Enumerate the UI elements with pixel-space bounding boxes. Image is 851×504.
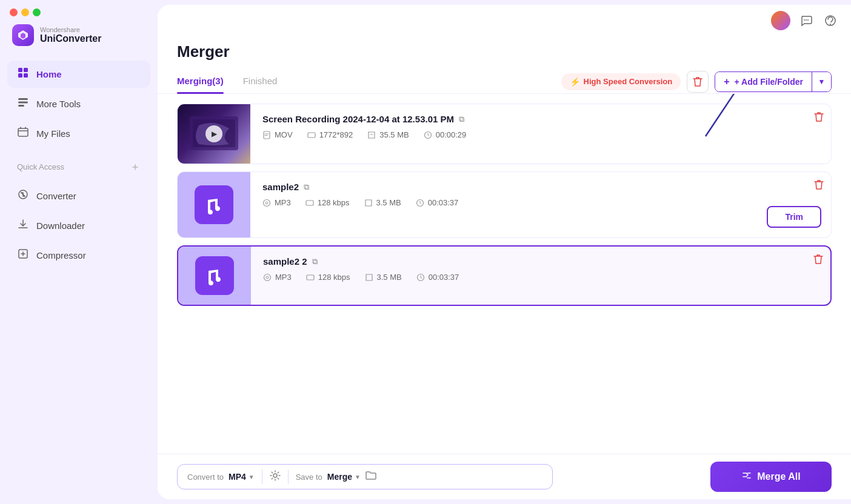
file-resolution-1: 1772*892 [307,130,353,139]
tabs-bar: Merging(3) Finished ⚡ High Speed Convers… [158,70,851,94]
external-link-icon-1[interactable]: ⧉ [459,114,464,124]
sidebar-nav: Home More Tools My Files [0,56,158,152]
svg-rect-22 [306,201,313,205]
chat-icon-button[interactable] [798,12,815,29]
external-link-icon-3[interactable]: ⧉ [312,257,318,267]
file-card-2: sample2 ⧉ MP3 128 kbps 3.5 MB [177,171,832,238]
converter-icon [17,188,29,204]
plus-icon: + [724,76,729,87]
svg-rect-7 [18,128,28,136]
file-size-2: 3.5 MB [364,198,401,207]
file-name-2: sample2 [262,182,299,192]
downloader-icon [17,218,29,233]
svg-point-21 [265,202,268,204]
sidebar-item-more-tools[interactable]: More Tools [7,90,150,118]
sidebar-item-more-tools-label: More Tools [36,99,81,109]
window-maximize[interactable] [33,8,41,16]
more-tools-icon [17,96,29,111]
svg-point-10 [804,19,805,21]
window-minimize[interactable] [21,8,29,16]
delete-file-button-1[interactable] [814,111,824,125]
save-location-select[interactable]: Merge ▼ [327,472,361,482]
support-icon-button[interactable] [822,12,839,29]
sidebar-item-compressor[interactable]: Compressor [7,242,150,269]
page-header: Merger [158,36,851,70]
convert-format-select[interactable]: MP4 ▼ [229,472,255,482]
downloader-label: Downloader [36,220,85,231]
compressor-icon [17,248,29,263]
file-format-value-3: MP3 [275,273,292,282]
lightning-icon: ⚡ [570,77,580,87]
quick-access-label: Quick Access [17,162,64,171]
file-format-2: MP3 [262,198,291,207]
file-size-value-2: 3.5 MB [376,198,401,207]
svg-rect-5 [18,102,28,104]
duration-icon-1 [424,131,432,139]
delete-all-button[interactable] [687,71,709,93]
add-file-label: + Add File/Folder [735,77,803,87]
file-info-3: sample2 2 ⧉ MP3 128 kbps 3.5 MB [251,247,830,305]
svg-rect-4 [18,98,28,100]
file-list: ▶ Screen Recording 2024-12-04 at 12.53.0… [158,94,851,454]
merge-all-button[interactable]: Merge All [710,462,832,492]
convert-to-label: Convert to [187,472,224,482]
window-close[interactable] [10,8,18,16]
save-to-label: Save to [296,472,322,482]
file-bitrate-value-3: 128 kbps [318,273,350,282]
format-dropdown-arrow: ▼ [249,474,255,480]
svg-rect-26 [307,275,314,280]
sidebar-item-converter[interactable]: Converter [7,182,150,210]
save-location-value: Merge [327,472,352,482]
merge-all-label: Merge All [757,471,800,482]
bottom-bar: Convert to MP4 ▼ Save to Merge ▼ [158,454,851,499]
sidebar-item-downloader[interactable]: Downloader [7,212,150,239]
user-avatar[interactable] [771,11,790,30]
file-thumbnail-1: ▶ [178,104,250,164]
delete-file-button-2[interactable] [814,179,824,193]
settings-icon-button[interactable] [270,470,281,483]
file-duration-2: 00:03:37 [416,198,459,207]
save-dropdown-arrow: ▼ [355,474,361,480]
tabs-actions: ⚡ High Speed Conversion + + Add File/Fol… [561,71,832,93]
dropdown-chevron-icon: ▼ [818,78,826,86]
file-duration-value-1: 00:00:29 [436,130,467,139]
convert-section: Convert to MP4 ▼ Save to Merge ▼ [177,464,553,489]
divider-1 [262,469,262,484]
tabs: Merging(3) Finished [177,70,277,93]
sidebar-item-my-files[interactable]: My Files [7,120,150,147]
file-name-row-2: sample2 ⧉ [262,182,819,192]
high-speed-button[interactable]: ⚡ High Speed Conversion [561,73,681,90]
file-info-2: sample2 ⧉ MP3 128 kbps 3.5 MB [250,172,831,237]
add-quick-access-button[interactable]: ＋ [130,159,141,174]
converter-label: Converter [36,191,76,201]
svg-rect-1 [24,68,28,72]
file-name-3: sample2 2 [263,256,307,267]
add-file-button-group[interactable]: + + Add File/Folder ▼ [715,71,832,92]
folder-icon-button[interactable] [365,471,376,483]
file-duration-1: 00:00:29 [424,130,467,139]
tab-merging[interactable]: Merging(3) [177,70,224,93]
file-meta-2: MP3 128 kbps 3.5 MB 00:03:37 [262,198,819,207]
music-icon-3 [195,256,234,295]
file-name-1: Screen Recording 2024-12-04 at 12.53.01 … [262,114,454,124]
delete-file-button-3[interactable] [813,254,823,267]
external-link-icon-2[interactable]: ⧉ [304,182,309,192]
play-button-1[interactable]: ▶ [205,125,222,142]
home-icon [17,67,29,82]
trim-button-2[interactable]: Trim [767,206,821,228]
file-format-1: MOV [262,130,293,139]
logo-icon [12,24,34,46]
add-file-dropdown-button[interactable]: ▼ [812,72,831,91]
svg-rect-6 [18,105,24,107]
file-duration-value-3: 00:03:37 [429,273,459,282]
topbar [158,5,851,36]
sidebar-item-home[interactable]: Home [7,61,150,88]
file-duration-value-2: 00:03:37 [428,198,459,207]
file-meta-1: MOV 1772*892 35.5 MB 00:00:29 [262,130,819,139]
file-format-value-1: MOV [275,130,293,139]
add-file-button[interactable]: + + Add File/Folder [715,72,812,91]
tab-finished[interactable]: Finished [243,70,278,93]
logo-text: Wondershare UniConverter [40,26,101,44]
file-duration-3: 00:03:37 [416,273,459,282]
svg-rect-0 [18,68,22,72]
